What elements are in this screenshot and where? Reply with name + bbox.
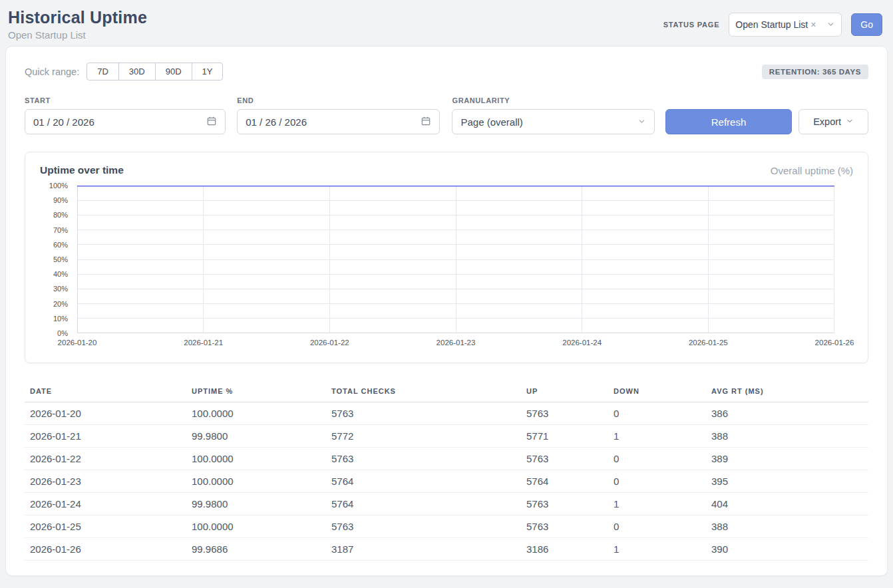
table-header-row: DATEUPTIME %TOTAL CHECKSUPDOWNAVG RT (MS… <box>25 380 868 402</box>
table-cell: 99.9800 <box>186 493 326 515</box>
quick-range-7d[interactable]: 7D <box>87 63 119 80</box>
table-cell: 2026-01-21 <box>25 425 186 448</box>
header-right: STATUS PAGE Open Startup List × Go <box>663 13 882 37</box>
x-tick-label: 2026-01-24 <box>562 339 602 347</box>
status-page-label: STATUS PAGE <box>663 21 720 29</box>
column-header: DOWN <box>608 380 706 402</box>
table-cell: 388 <box>706 425 868 448</box>
end-date-input[interactable]: 01 / 26 / 2026 <box>237 109 440 134</box>
y-tick-label: 30% <box>53 285 68 293</box>
quick-range-30d[interactable]: 30D <box>118 63 156 80</box>
table-cell: 395 <box>706 470 868 493</box>
table-cell: 5763 <box>326 448 521 470</box>
table-cell: 5764 <box>326 470 521 493</box>
table-cell: 100.0000 <box>186 448 326 470</box>
table-row: 2026-01-2499.9800576457631404 <box>25 493 868 515</box>
clear-icon[interactable]: × <box>810 19 816 30</box>
table-cell: 5763 <box>326 515 521 538</box>
uptime-chart <box>77 186 834 333</box>
main-panel: Quick range: 7D30D90D1Y RETENTION: 365 D… <box>5 46 888 576</box>
page-title: Historical Uptime <box>8 8 147 27</box>
quick-range-label: Quick range: <box>25 67 79 77</box>
x-axis: 2026-01-202026-01-212026-01-222026-01-23… <box>77 339 834 353</box>
table-cell: 0 <box>608 515 706 538</box>
uptime-table-body: 2026-01-20100.00005763576303862026-01-21… <box>25 402 868 561</box>
table-cell: 0 <box>608 470 706 493</box>
start-date-input[interactable]: 01 / 20 / 2026 <box>25 109 226 134</box>
chart-plot <box>77 186 834 333</box>
export-label: Export <box>813 116 841 127</box>
table-cell: 404 <box>706 493 868 515</box>
y-tick-label: 40% <box>53 270 68 278</box>
quick-range-group: 7D30D90D1Y <box>87 63 223 80</box>
chevron-down-icon <box>826 20 835 29</box>
status-page-select[interactable]: Open Startup List × <box>729 13 842 37</box>
table-cell: 5763 <box>521 402 608 425</box>
table-cell: 3186 <box>521 538 608 561</box>
calendar-icon[interactable] <box>421 116 431 128</box>
x-tick-label: 2026-01-22 <box>310 339 349 347</box>
table-head: DATEUPTIME %TOTAL CHECKSUPDOWNAVG RT (MS… <box>25 380 868 402</box>
chevron-down-icon <box>846 116 854 127</box>
x-tick-label: 2026-01-20 <box>58 339 97 347</box>
column-header: UP <box>521 380 608 402</box>
y-tick-label: 10% <box>53 315 68 323</box>
column-header: AVG RT (MS) <box>706 380 868 402</box>
x-tick-label: 2026-01-23 <box>437 339 476 347</box>
table-cell: 1 <box>608 538 706 561</box>
granularity-label: GRANULARITY <box>452 96 654 104</box>
quick-range-row: Quick range: 7D30D90D1Y RETENTION: 365 D… <box>25 63 868 80</box>
start-date-value: 01 / 20 / 2026 <box>33 116 94 128</box>
export-button[interactable]: Export <box>799 109 868 134</box>
table-row: 2026-01-2699.9686318731861390 <box>25 538 868 561</box>
end-date-value: 01 / 26 / 2026 <box>246 116 307 128</box>
filters-row: START 01 / 20 / 2026 END 01 / 26 / 2026 … <box>25 96 868 134</box>
go-button[interactable]: Go <box>851 13 882 36</box>
status-page-value: Open Startup List <box>735 19 808 30</box>
table-row: 2026-01-23100.0000576457640395 <box>25 470 868 493</box>
table-row: 2026-01-25100.0000576357630388 <box>25 515 868 538</box>
granularity-select[interactable]: Page (overall) <box>452 109 654 134</box>
table-cell: 5763 <box>326 402 521 425</box>
table-cell: 100.0000 <box>186 470 326 493</box>
x-tick-label: 2026-01-26 <box>815 339 854 347</box>
table-cell: 1 <box>608 425 706 448</box>
table-cell: 5763 <box>521 515 608 538</box>
granularity-value: Page (overall) <box>460 116 522 128</box>
table-cell: 2026-01-22 <box>25 448 186 470</box>
start-date-field: START 01 / 20 / 2026 <box>25 96 226 134</box>
column-header: UPTIME % <box>186 380 326 402</box>
start-date-label: START <box>25 96 226 104</box>
table-cell: 389 <box>706 448 868 470</box>
chart-body: 100%90%80%70%60%50%40%30%20%10%0% 2026-0… <box>40 186 834 353</box>
table-cell: 99.9800 <box>186 425 326 448</box>
table-cell: 5763 <box>521 448 608 470</box>
uptime-table: DATEUPTIME %TOTAL CHECKSUPDOWNAVG RT (MS… <box>25 380 868 561</box>
page-header: Historical Uptime Open Startup List STAT… <box>0 0 893 46</box>
column-header: TOTAL CHECKS <box>326 380 521 402</box>
y-tick-label: 0% <box>57 329 68 337</box>
y-tick-label: 50% <box>53 255 68 263</box>
table-cell: 2026-01-23 <box>25 470 186 493</box>
table-cell: 2026-01-26 <box>25 538 186 561</box>
end-date-field: END 01 / 26 / 2026 <box>237 96 440 134</box>
table-cell: 0 <box>608 448 706 470</box>
table-cell: 100.0000 <box>186 402 326 425</box>
quick-range-90d[interactable]: 90D <box>155 63 192 80</box>
table-cell: 0 <box>608 402 706 425</box>
table-cell: 5764 <box>326 493 521 515</box>
column-header: DATE <box>25 380 186 402</box>
table-cell: 1 <box>608 493 706 515</box>
table-row: 2026-01-22100.0000576357630389 <box>25 448 868 470</box>
table-row: 2026-01-20100.0000576357630386 <box>25 402 868 425</box>
chevron-down-icon <box>637 116 646 128</box>
quick-range-1y[interactable]: 1Y <box>192 63 224 80</box>
table-cell: 2026-01-20 <box>25 402 186 425</box>
table-cell: 2026-01-24 <box>25 493 186 515</box>
refresh-button[interactable]: Refresh <box>665 109 793 134</box>
x-tick-label: 2026-01-25 <box>689 339 728 347</box>
chart-title: Uptime over time <box>40 164 124 176</box>
table-cell: 5763 <box>521 493 608 515</box>
uptime-chart-card: Uptime over time Overall uptime (%) 100%… <box>25 152 868 363</box>
calendar-icon[interactable] <box>206 116 217 128</box>
